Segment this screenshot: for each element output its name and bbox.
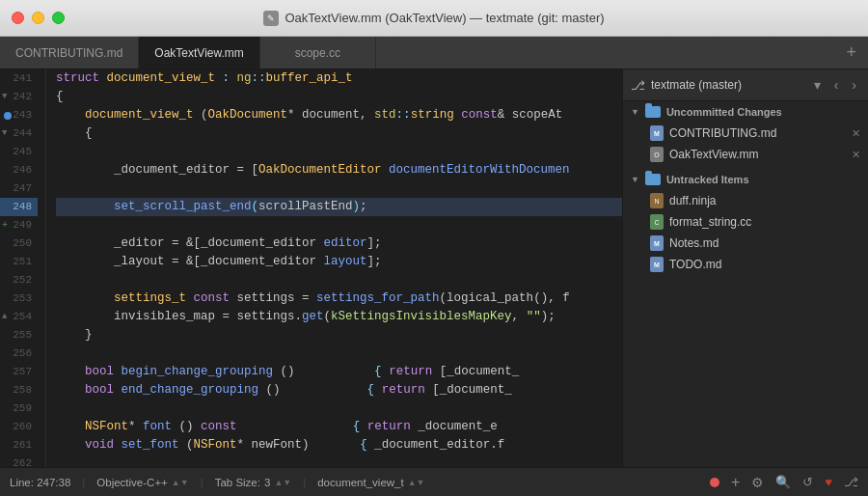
git-icon: ⎇ [631,78,645,93]
untracked-label: Untracked Items [666,174,749,185]
nav-back-icon[interactable]: ↺ [802,475,813,489]
list-item[interactable]: C format_string.cc [623,211,868,233]
line-244: { [56,124,622,143]
gutter-250: 250 [0,234,38,253]
gutter-259: 259 [0,400,38,418]
gutter-254: ▲254 [0,308,38,326]
list-item[interactable]: M CONTRIBUTING.md ✕ [623,123,868,144]
heart-icon[interactable]: ♥ [825,475,832,489]
gutter-245: 245 [0,143,38,161]
list-item[interactable]: O OakTextView.mm ✕ [623,144,868,165]
gutter-255: 255 [0,326,38,344]
window-controls [12,12,65,24]
line-248: set_scroll_past_end(scrollPastEnd); [56,198,622,216]
tab-oaktextview[interactable]: OakTextView.mm [139,37,259,69]
line-253: settings_t const settings = settings_for… [56,289,622,308]
repo-title: textmate (master) [651,78,804,92]
tab-scopecc[interactable]: scope.cc [260,37,376,69]
gutter-243: 243 [0,106,38,124]
uncommitted-section-header[interactable]: ▼ Uncommitted Changes [623,101,868,123]
collapse-icon: ▼ [631,175,639,184]
gutter-244: ▼244 [0,124,38,143]
tab-bar: CONTRIBUTING.md OakTextView.mm scope.cc … [0,37,868,69]
git-icon[interactable]: ⎇ [844,475,858,489]
chevron-down-icon[interactable]: ▾ [810,75,825,95]
titlebar: ✎ OakTextView.mm (OakTextView) — textmat… [0,0,868,37]
status-right-group: + ⚙ 🔍 ↺ ♥ ⎇ [710,474,858,491]
line-243: document_view_t (OakDocument* document, … [56,106,622,124]
file-icon-md: M [650,257,664,272]
nav-forward-icon[interactable]: › [848,75,860,95]
tab-contributing[interactable]: CONTRIBUTING.md [0,37,139,69]
symbol-chevron: ▲▼ [408,478,425,487]
line-261: void set_font (NSFont* newFont) { _docum… [56,436,622,455]
line-242: { [56,88,622,106]
gutter-262: 262 [0,455,38,467]
line-247 [56,179,622,198]
close-item-oaktextview[interactable]: ✕ [852,149,860,161]
gutter-257: 257 [0,363,38,381]
close-button[interactable] [12,12,24,24]
section-uncommitted: ▼ Uncommitted Changes M CONTRIBUTING.md … [623,101,868,165]
gutter-260: 260 [0,418,38,436]
add-icon[interactable]: + [731,474,740,491]
gutter-247: 247 [0,179,38,198]
editor-area[interactable]: 241 ▼242 243 ▼244 245 246 247 248 +249 2… [0,69,622,467]
textmate-icon: ✎ [263,11,279,26]
language-selector[interactable]: Objective-C++ ▲▼ [96,477,188,488]
nav-back-icon[interactable]: ‹ [830,75,843,95]
line-254: invisibles_map = settings.get(kSettingsI… [56,308,622,326]
gear-icon[interactable]: ⚙ [751,475,764,490]
line-245 [56,143,622,161]
window-title: ✎ OakTextView.mm (OakTextView) — textmat… [263,11,604,26]
uncommitted-label: Uncommitted Changes [666,106,782,118]
file-icon-mm: O [650,147,664,162]
gutter-251: 251 [0,253,38,271]
line-262 [56,455,622,467]
line-241: struct document_view_t : ng::buffer_api_… [56,69,622,88]
symbol-selector[interactable]: document_view_t ▲▼ [317,477,424,488]
status-bar: Line: 247:38 | Objective-C++ ▲▼ | Tab Si… [0,467,868,496]
untracked-section-header[interactable]: ▼ Untracked Items [623,169,868,190]
folder-icon [645,106,661,118]
gutter-249: +249 [0,216,38,234]
sidebar: ⎇ textmate (master) ▾ ‹ › ▼ Uncommitted … [622,69,868,467]
section-untracked: ▼ Untracked Items N duff.ninja C format_… [623,169,868,275]
gutter-252: 252 [0,271,38,289]
line-257: bool begin_change_grouping () { return [… [56,363,622,381]
code-area[interactable]: struct document_view_t : ng::buffer_api_… [46,69,622,467]
line-251: _layout = &[_document_editor layout]; [56,253,622,271]
file-icon-ninja: N [650,193,664,208]
gutter-253: 253 [0,289,38,308]
main-layout: 241 ▼242 243 ▼244 245 246 247 248 +249 2… [0,69,868,467]
line-252 [56,271,622,289]
search-icon[interactable]: 🔍 [775,475,791,489]
status-indicator [710,478,719,487]
file-icon-md: M [650,235,664,251]
minimize-button[interactable] [32,12,44,24]
cursor-position[interactable]: Line: 247:38 [10,477,70,488]
tab-size-selector[interactable]: Tab Size: 3 ▲▼ [215,477,292,488]
line-249 [56,216,622,234]
file-icon-cc: C [650,214,664,230]
file-icon-md: M [650,125,664,141]
line-255: } [56,326,622,344]
new-tab-button[interactable]: + [834,37,868,69]
line-250: _editor = &[_document_editor editor]; [56,234,622,253]
line-256 [56,344,622,363]
collapse-icon: ▼ [631,107,639,117]
list-item[interactable]: M Notes.md [623,233,868,254]
folder-icon [645,174,661,185]
list-item[interactable]: M TODO.md [623,254,868,275]
line-gutter: 241 ▼242 243 ▼244 245 246 247 248 +249 2… [0,69,46,467]
maximize-button[interactable] [52,12,65,24]
gutter-242: ▼242 [0,88,38,106]
gutter-248: 248 [0,198,38,216]
close-item-contributing[interactable]: ✕ [852,127,860,140]
gutter-256: 256 [0,344,38,363]
language-chevron: ▲▼ [172,478,189,487]
line-259 [56,400,622,418]
list-item[interactable]: N duff.ninja [623,190,868,211]
line-260: NSFont* font () const { return _document… [56,418,622,436]
tabsize-chevron: ▲▼ [274,478,291,487]
